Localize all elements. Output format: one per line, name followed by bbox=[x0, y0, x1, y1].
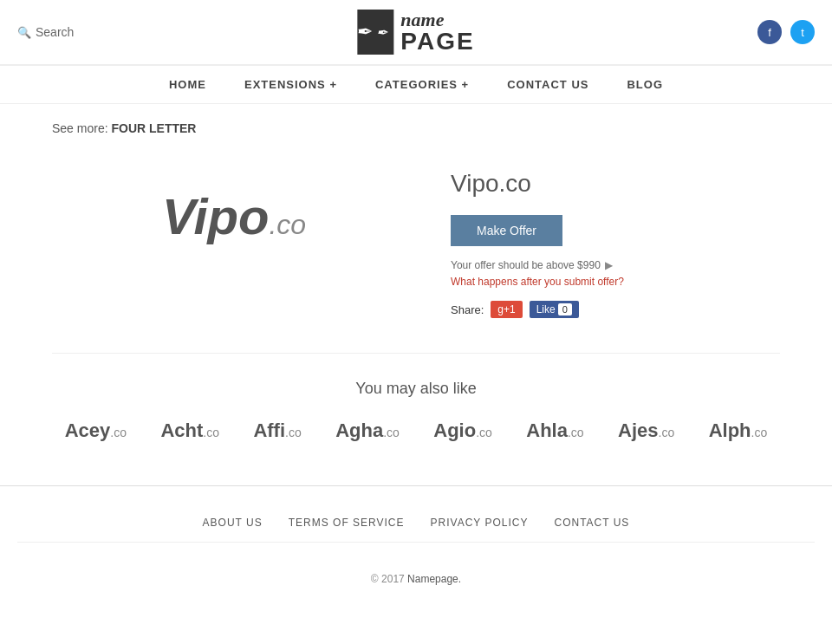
domain-item-name: Acht bbox=[160, 420, 203, 441]
domain-info: Vipo.co Make Offer Your offer should be … bbox=[451, 153, 780, 318]
fb-count: 0 bbox=[558, 303, 572, 315]
logo[interactable]: ✒ name PAGE bbox=[357, 10, 474, 55]
share-row: Share: g+1 Like 0 bbox=[451, 301, 780, 318]
domain-title: Vipo.co bbox=[451, 170, 780, 198]
footer-link-item[interactable]: TERMS OF SERVICE bbox=[289, 517, 405, 529]
domain-tld-large: .co bbox=[269, 209, 306, 240]
make-offer-button[interactable]: Make Offer bbox=[451, 215, 562, 246]
domain-list: Acey.coAcht.coAffi.coAgha.coAgio.coAhla.… bbox=[52, 420, 780, 468]
logo-text: name PAGE bbox=[400, 10, 474, 54]
social-links: f t bbox=[757, 20, 815, 44]
list-item[interactable]: Affi.co bbox=[253, 420, 301, 442]
nav-extensions[interactable]: EXTENSIONS + bbox=[225, 68, 356, 101]
list-item[interactable]: Acht.co bbox=[160, 420, 219, 442]
search-icon: 🔍 bbox=[17, 26, 31, 39]
search-label[interactable]: Search bbox=[36, 25, 74, 39]
domain-item-name: Ahla bbox=[526, 420, 568, 441]
domain-item-name: Affi bbox=[253, 420, 285, 441]
domain-item-tld: .co bbox=[476, 426, 492, 439]
svg-text:✒: ✒ bbox=[376, 25, 388, 40]
breadcrumb-link[interactable]: FOUR LETTER bbox=[111, 121, 196, 135]
nav-contact[interactable]: CONTACT US bbox=[488, 68, 608, 101]
domain-item-tld: .co bbox=[203, 426, 219, 439]
domain-name-text: Vipo bbox=[162, 188, 270, 244]
copyright-year: © 2017 bbox=[371, 573, 405, 585]
domain-item-name: Alph bbox=[709, 420, 751, 441]
share-label: Share: bbox=[451, 303, 484, 316]
offer-arrow-icon: ▶ bbox=[605, 259, 613, 271]
footer-link-item[interactable]: CONTACT US bbox=[554, 517, 629, 529]
main-content: See more: FOUR LETTER Vipo.co Vipo.co Ma… bbox=[0, 104, 832, 485]
domain-item-tld: .co bbox=[659, 426, 675, 439]
footer: ABOUT USTERMS OF SERVICEPRIVACY POLICYCO… bbox=[0, 485, 832, 615]
nav-categories[interactable]: CATEGORIES + bbox=[356, 68, 488, 101]
footer-copyright: © 2017 Namepage. bbox=[17, 560, 815, 598]
gplus-button[interactable]: g+1 bbox=[491, 301, 522, 318]
facebook-icon[interactable]: f bbox=[757, 20, 782, 44]
facebook-like-button[interactable]: Like 0 bbox=[530, 301, 579, 318]
domain-item-tld: .co bbox=[568, 426, 584, 439]
list-item[interactable]: Ajes.co bbox=[618, 420, 674, 442]
domain-name-large: Vipo.co bbox=[162, 187, 306, 245]
domain-item-tld: .co bbox=[285, 426, 302, 439]
footer-link-item[interactable]: ABOUT US bbox=[203, 517, 263, 529]
nav-blog[interactable]: BLOG bbox=[608, 68, 682, 101]
list-item[interactable]: Agha.co bbox=[335, 420, 400, 442]
domain-item-name: Agha bbox=[335, 420, 383, 441]
breadcrumb-prefix: See more: bbox=[52, 121, 108, 135]
domain-item-name: Ajes bbox=[618, 420, 658, 441]
list-item[interactable]: Ahla.co bbox=[526, 420, 583, 442]
also-like-title: You may also like bbox=[52, 380, 780, 398]
list-item[interactable]: Alph.co bbox=[709, 420, 768, 442]
footer-link-item[interactable]: PRIVACY POLICY bbox=[431, 517, 529, 529]
nav-home[interactable]: HOME bbox=[150, 68, 225, 101]
breadcrumb: See more: FOUR LETTER bbox=[52, 121, 780, 135]
search-area[interactable]: 🔍 Search bbox=[17, 25, 74, 39]
list-item[interactable]: Acey.co bbox=[65, 420, 127, 442]
list-item[interactable]: Agio.co bbox=[433, 420, 492, 442]
header: 🔍 Search ✒ name PAGE f t bbox=[0, 0, 832, 65]
domain-item-name: Agio bbox=[433, 420, 476, 441]
logo-icon: ✒ bbox=[357, 10, 393, 55]
domain-logo-large: Vipo.co bbox=[52, 153, 416, 280]
fb-like-label: Like bbox=[536, 303, 556, 315]
domain-item-tld: .co bbox=[383, 426, 400, 439]
footer-links: ABOUT USTERMS OF SERVICEPRIVACY POLICYCO… bbox=[17, 504, 815, 543]
also-like-section: You may also like Acey.coAcht.coAffi.coA… bbox=[52, 353, 780, 468]
twitter-icon[interactable]: t bbox=[790, 20, 815, 44]
main-nav: HOME EXTENSIONS + CATEGORIES + CONTACT U… bbox=[0, 65, 832, 104]
domain-item-tld: .co bbox=[751, 426, 768, 439]
what-happens-link[interactable]: What happens after you submit offer? bbox=[451, 276, 780, 288]
brand-link[interactable]: Namepage. bbox=[407, 573, 461, 585]
offer-note-text: Your offer should be above $990 bbox=[451, 259, 601, 271]
offer-note: Your offer should be above $990 ▶ bbox=[451, 259, 780, 271]
domain-item-tld: .co bbox=[110, 426, 127, 439]
domain-showcase: Vipo.co Vipo.co Make Offer Your offer sh… bbox=[52, 153, 780, 318]
domain-item-name: Acey bbox=[65, 420, 111, 441]
